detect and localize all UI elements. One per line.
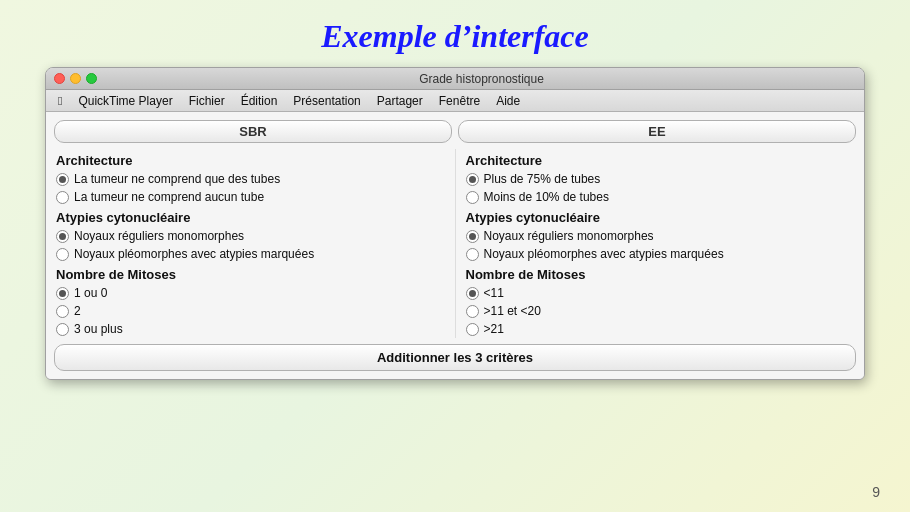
mitoses-left-opt1-label: 1 ou 0 [74, 286, 107, 300]
menu-apple[interactable]:  [50, 94, 70, 108]
radio-atypies-right-2[interactable] [466, 248, 479, 261]
mitoses-left-opt3-label: 3 ou plus [74, 322, 123, 336]
arch-left-opt1[interactable]: La tumeur ne comprend que des tubes [54, 170, 447, 188]
radio-mitoses-left-2[interactable] [56, 305, 69, 318]
menu-edition[interactable]: Édition [233, 94, 286, 108]
arch-left-opt1-label: La tumeur ne comprend que des tubes [74, 172, 280, 186]
arch-right-opt2[interactable]: Moins de 10% de tubes [464, 188, 857, 206]
left-column: Architecture La tumeur ne comprend que d… [54, 149, 455, 338]
menu-fichier[interactable]: Fichier [181, 94, 233, 108]
mitoses-left-opt2[interactable]: 2 [54, 302, 447, 320]
atypies-left-opt1[interactable]: Noyaux réguliers monomorphes [54, 227, 447, 245]
mitoses-left-opt1[interactable]: 1 ou 0 [54, 284, 447, 302]
arch-right-opt1[interactable]: Plus de 75% de tubes [464, 170, 857, 188]
minimize-button[interactable] [70, 73, 81, 84]
right-column: Architecture Plus de 75% de tubes Moins … [455, 149, 857, 338]
radio-atypies-left-2[interactable] [56, 248, 69, 261]
mitoses-right-opt1[interactable]: <11 [464, 284, 857, 302]
menu-fenetre[interactable]: Fenêtre [431, 94, 488, 108]
atypies-right-label: Atypies cytonucléaire [464, 206, 857, 227]
radio-mitoses-right-1[interactable] [466, 287, 479, 300]
mitoses-left-opt3[interactable]: 3 ou plus [54, 320, 447, 338]
radio-mitoses-right-2[interactable] [466, 305, 479, 318]
mac-window: Grade histopronostique  QuickTime Playe… [45, 67, 865, 380]
menu-quicktime[interactable]: QuickTime Player [70, 94, 180, 108]
window-title: Grade histopronostique [107, 72, 856, 86]
page-number: 9 [872, 484, 880, 500]
radio-atypies-right-1[interactable] [466, 230, 479, 243]
mitoses-right-label: Nombre de Mitoses [464, 263, 857, 284]
atypies-left-opt2[interactable]: Noyaux pléomorphes avec atypies marquées [54, 245, 447, 263]
mitoses-right-opt3-label: >21 [484, 322, 504, 336]
mitoses-left-opt2-label: 2 [74, 304, 81, 318]
window-controls [54, 73, 97, 84]
radio-mitoses-left-3[interactable] [56, 323, 69, 336]
mitoses-right-opt2[interactable]: >11 et <20 [464, 302, 857, 320]
architecture-right-label: Architecture [464, 149, 857, 170]
radio-arch-right-2[interactable] [466, 191, 479, 204]
content-area: SBR EE Architecture La tumeur ne compren… [46, 112, 864, 379]
radio-arch-left-2[interactable] [56, 191, 69, 204]
sbr-column-header[interactable]: SBR [54, 120, 452, 143]
radio-mitoses-left-1[interactable] [56, 287, 69, 300]
arch-right-opt2-label: Moins de 10% de tubes [484, 190, 609, 204]
titlebar: Grade histopronostique [46, 68, 864, 90]
atypies-right-opt1-label: Noyaux réguliers monomorphes [484, 229, 654, 243]
radio-arch-right-1[interactable] [466, 173, 479, 186]
atypies-left-label: Atypies cytonucléaire [54, 206, 447, 227]
mitoses-left-label: Nombre de Mitoses [54, 263, 447, 284]
ee-column-header[interactable]: EE [458, 120, 856, 143]
atypies-right-opt1[interactable]: Noyaux réguliers monomorphes [464, 227, 857, 245]
arch-left-opt2-label: La tumeur ne comprend aucun tube [74, 190, 264, 204]
add-criteria-button[interactable]: Additionner les 3 critères [54, 344, 856, 371]
atypies-right-opt2-label: Noyaux pléomorphes avec atypies marquées [484, 247, 724, 261]
column-headers: SBR EE [54, 120, 856, 143]
atypies-left-opt2-label: Noyaux pléomorphes avec atypies marquées [74, 247, 314, 261]
main-columns: Architecture La tumeur ne comprend que d… [54, 149, 856, 338]
menu-presentation[interactable]: Présentation [285, 94, 368, 108]
close-button[interactable] [54, 73, 65, 84]
menu-partager[interactable]: Partager [369, 94, 431, 108]
atypies-left-opt1-label: Noyaux réguliers monomorphes [74, 229, 244, 243]
mitoses-right-opt1-label: <11 [484, 286, 504, 300]
menu-aide[interactable]: Aide [488, 94, 528, 108]
radio-mitoses-right-3[interactable] [466, 323, 479, 336]
architecture-left-label: Architecture [54, 149, 447, 170]
maximize-button[interactable] [86, 73, 97, 84]
radio-arch-left-1[interactable] [56, 173, 69, 186]
mitoses-right-opt3[interactable]: >21 [464, 320, 857, 338]
arch-right-opt1-label: Plus de 75% de tubes [484, 172, 601, 186]
mitoses-right-opt2-label: >11 et <20 [484, 304, 541, 318]
radio-atypies-left-1[interactable] [56, 230, 69, 243]
atypies-right-opt2[interactable]: Noyaux pléomorphes avec atypies marquées [464, 245, 857, 263]
arch-left-opt2[interactable]: La tumeur ne comprend aucun tube [54, 188, 447, 206]
page-title: Exemple d’interface [321, 18, 588, 55]
menubar:  QuickTime Player Fichier Édition Prése… [46, 90, 864, 112]
